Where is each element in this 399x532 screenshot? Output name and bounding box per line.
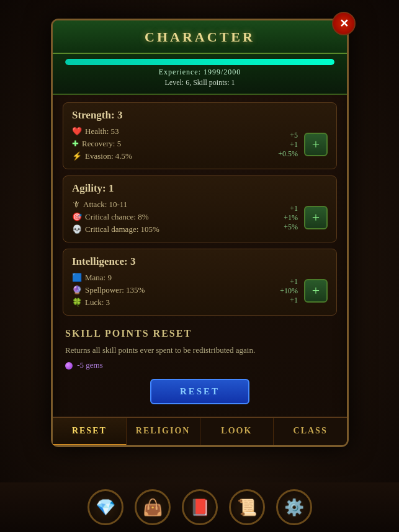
- character-modal: ✕ CHARACTER Experience: 1999/2000 Level:…: [51, 19, 348, 447]
- evasion-row: ⚡ Evasion: 4.5%: [72, 151, 268, 161]
- xp-bar-container: [65, 59, 334, 65]
- spellpower-icon: 🔮: [72, 285, 82, 295]
- agility-bonuses: +1 +1% +5%: [268, 204, 298, 232]
- intelligence-plus-button[interactable]: +: [304, 279, 328, 303]
- crit-damage-row: 💀 Critical damage: 105%: [72, 224, 268, 234]
- reset-section: SKILL POINTS RESET Returns all skill poi…: [63, 322, 337, 409]
- agility-plus-button[interactable]: +: [304, 206, 328, 229]
- luck-icon: 🍀: [72, 298, 82, 308]
- level-label: Level: 6, Skill points: 1: [65, 78, 334, 87]
- crit-chance-row: 🎯 Critical chance: 8%: [72, 212, 268, 222]
- luck-row: 🍀 Luck: 3: [72, 298, 268, 308]
- gear-icon-button[interactable]: ⚙️: [276, 489, 312, 525]
- tab-religion[interactable]: RELIGION: [127, 418, 200, 445]
- strength-title: Strength: 3: [72, 109, 328, 122]
- strength-bonuses: +5 +1 +0.5%: [268, 131, 298, 159]
- bottom-bar: 💎 👜 📕 📜 ⚙️: [0, 482, 399, 532]
- tab-reset[interactable]: RESET: [53, 418, 127, 445]
- agility-title: Agility: 1: [72, 182, 328, 195]
- tab-class[interactable]: CLASS: [274, 418, 347, 445]
- gems-icon-button[interactable]: 💎: [87, 489, 123, 525]
- attack-icon: 🗡: [72, 200, 80, 210]
- intelligence-bonuses: +1 +10% +1: [268, 277, 298, 305]
- reset-button[interactable]: RESET: [150, 379, 249, 404]
- health-row: ❤️ Health: 53: [72, 126, 268, 136]
- attack-row: 🗡 Attack: 10-11: [72, 200, 268, 210]
- close-button[interactable]: ✕: [332, 12, 356, 35]
- bottom-tabs: RESET RELIGION LOOK CLASS: [53, 417, 347, 445]
- health-icon: ❤️: [72, 126, 82, 136]
- gem-icon: [65, 362, 73, 370]
- mana-icon: 🟦: [72, 273, 82, 283]
- agility-info: 🗡 Attack: 10-11 🎯 Critical chance: 8%: [72, 200, 268, 236]
- xp-section: Experience: 1999/2000 Level: 6, Skill po…: [53, 54, 347, 95]
- modal-content: Strength: 3 ❤️ Health: 53: [53, 95, 347, 417]
- gems-cost: -5 gems: [65, 360, 334, 370]
- recovery-row: ✚ Recovery: 5: [72, 139, 268, 149]
- crit-damage-icon: 💀: [72, 224, 82, 234]
- agility-card: Agility: 1 🗡 Attack: 10-11: [63, 175, 337, 242]
- tab-look[interactable]: LOOK: [200, 418, 274, 445]
- book-icon-button[interactable]: 📕: [182, 489, 218, 525]
- evasion-icon: ⚡: [72, 151, 82, 161]
- modal-title: CHARACTER: [65, 29, 334, 45]
- reset-description: Returns all skill points ever spent to b…: [65, 344, 334, 357]
- scroll-icon-button[interactable]: 📜: [229, 489, 265, 525]
- mana-row: 🟦 Mana: 9: [72, 273, 268, 283]
- agility-row-group: 🗡 Attack: 10-11 🎯 Critical chance: 8%: [72, 200, 328, 236]
- reset-section-title: SKILL POINTS RESET: [65, 328, 334, 339]
- strength-card: Strength: 3 ❤️ Health: 53: [63, 102, 337, 169]
- intelligence-title: Intelligence: 3: [72, 255, 328, 268]
- spellpower-row: 🔮 Spellpower: 135%: [72, 285, 268, 295]
- strength-row-group: ❤️ Health: 53 ✚ Recovery: 5: [72, 126, 328, 162]
- intelligence-info: 🟦 Mana: 9 🔮 Spellpower: 135%: [72, 273, 268, 309]
- recovery-icon: ✚: [72, 139, 79, 149]
- xp-bar-fill: [65, 59, 334, 65]
- intelligence-row-group: 🟦 Mana: 9 🔮 Spellpower: 135%: [72, 273, 328, 309]
- modal-header: CHARACTER: [53, 20, 347, 54]
- strength-plus-button[interactable]: +: [304, 133, 328, 156]
- bag-icon-button[interactable]: 👜: [135, 489, 171, 525]
- intelligence-card: Intelligence: 3 🟦 Mana: 9: [63, 249, 337, 316]
- strength-info: ❤️ Health: 53 ✚ Recovery: 5: [72, 126, 268, 162]
- crit-chance-icon: 🎯: [72, 212, 82, 222]
- xp-label: Experience: 1999/2000: [65, 68, 334, 77]
